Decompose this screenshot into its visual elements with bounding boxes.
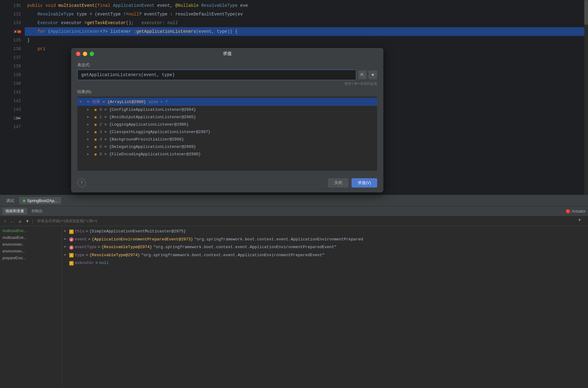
var-row-eventtype[interactable]: ▶ p eventType = {ResolvableType@2974} "o… <box>62 243 588 251</box>
evaluate-dialog: 求值 表达式: ⇱ ▼ 使用⇧⌘↵添加到监视 结果(R): ▼ ∞ 结果 = {… <box>71 48 383 192</box>
close-button[interactable]: 关闭 <box>328 178 348 188</box>
var-icon-event: p <box>69 237 75 242</box>
maximize-traffic-light[interactable] <box>90 52 94 56</box>
expression-label: 表达式: <box>77 62 377 68</box>
circle-icon-event: p <box>69 237 74 242</box>
toolbar-dot: .. <box>10 219 15 224</box>
code-content: public void multicastEvent(final Applica… <box>25 1 588 53</box>
var-chevron-eventtype: ▶ <box>64 245 69 248</box>
close-traffic-light[interactable] <box>76 52 80 56</box>
tab-springboot[interactable]: SpringBoot2Ap... <box>19 197 61 204</box>
call-item-label-2: environmen... <box>2 242 25 247</box>
toolbar-hint: 对表达式求值(↵)或添加监视(⌥⌘↵) <box>37 218 97 224</box>
var-icon-this: f <box>69 229 75 234</box>
var-row-this[interactable]: ▶ f this = {SimpleApplicationEventMultic… <box>62 227 588 235</box>
tab-console-label: 控制台 <box>32 209 43 213</box>
panel-toolbar: ✓ .. ⊿ ▼ 对表达式求值(↵)或添加监视(⌥⌘↵) + <box>0 216 588 226</box>
gutter-breakpoint: ● 🍅 <box>12 27 23 36</box>
tree-item-chevron-1: ▶ <box>87 115 92 119</box>
call-item-label-4: prepareEnvi... <box>2 256 26 260</box>
var-row-type[interactable]: ▶ f type = {ResolvableType@2974} "org.sp… <box>62 251 588 259</box>
result-tree: ▼ ∞ 结果 = {ArrayList@2980} size = 7 ▶ ▣ 0… <box>77 97 377 171</box>
call-item-label-0: multicastEve... <box>2 229 27 233</box>
field-icon-4: ▣ <box>93 137 98 142</box>
var-icon-executor: f <box>69 261 75 265</box>
tree-item-chevron-4: ▶ <box>87 137 92 141</box>
tree-item-chevron-5: ▶ <box>87 145 92 149</box>
tree-expand-icon: ▼ <box>80 100 85 104</box>
var-row-event[interactable]: ▶ p event = {ApplicationEnvironmentPrepa… <box>62 235 588 244</box>
call-item-label-1: multicastEve... <box>2 235 27 240</box>
tab-debug[interactable]: 调试 <box>2 197 18 205</box>
tree-item-3[interactable]: ▶ ▣ 3 = {ClasspathLoggingApplicationList… <box>77 128 377 136</box>
circle-icon-eventtype: p <box>69 245 74 250</box>
square-icon-type: f <box>69 253 74 257</box>
help-button[interactable]: ? <box>77 179 86 187</box>
history-dropdown[interactable]: ▼ <box>369 71 377 79</box>
tab-console[interactable]: 控制台 <box>28 208 46 215</box>
field-icon-3: ▣ <box>93 129 98 134</box>
tab-debug-label: 调试 <box>6 198 14 204</box>
tree-item-chevron-0: ▶ <box>87 108 92 111</box>
call-stack-item-3[interactable]: environmen... <box>0 248 62 255</box>
var-icon-eventtype: p <box>69 245 75 250</box>
tree-item-2[interactable]: ▶ ▣ 2 = {LoggingApplicationListener@2986… <box>77 121 377 128</box>
field-icon-6: ▣ <box>93 152 98 157</box>
call-stack-item-0[interactable]: multicastEve... <box>0 227 62 234</box>
scrollbar-thumb[interactable] <box>584 0 588 25</box>
sub-tab-extra: 🔴 Actuator <box>566 209 586 213</box>
field-icon-2: ▣ <box>93 122 98 127</box>
call-item-label-3: environmen... <box>2 249 25 253</box>
expression-row: ⇱ ▼ <box>77 70 377 80</box>
minimize-traffic-light[interactable] <box>83 52 87 56</box>
tree-item-chevron-2: ▶ <box>87 123 92 126</box>
field-icon-5: ▣ <box>93 144 98 149</box>
call-stack-item-2[interactable]: environmen... <box>0 241 62 248</box>
call-stack-item-4[interactable]: prepareEnvi... <box>0 255 62 261</box>
run-button[interactable]: ✓ <box>2 218 8 224</box>
add-watch-hint: 使用⇧⌘↵添加到监视 <box>77 81 377 86</box>
tree-item-0[interactable]: ▶ ▣ 0 = {ConfigFileApplicationListener@2… <box>77 106 377 113</box>
dialog-footer: ? 关闭 求值(V) <box>71 176 383 192</box>
bottom-panel: 调试 SpringBoot2Ap... 线程和变量 控制台 🔴 Actuator… <box>0 195 588 388</box>
tree-item-chevron-3: ▶ <box>87 130 92 134</box>
toolbar-separator <box>32 219 33 224</box>
tab-springboot-label: SpringBoot2Ap... <box>27 198 58 203</box>
tree-item-6[interactable]: ▶ ▣ 6 = {FileEncodingApplicationListener… <box>77 150 377 158</box>
tab-threads-variables[interactable]: 线程和变量 <box>2 208 27 215</box>
var-row-executor[interactable]: ▶ f executor = null <box>62 259 588 267</box>
expression-input[interactable] <box>77 70 356 80</box>
dialog-title: 求值 <box>223 51 232 57</box>
dialog-titlebar: 求值 <box>71 48 383 60</box>
dialog-body: 表达式: ⇱ ▼ 使用⇧⌘↵添加到监视 结果(R): ▼ ∞ 结果 = {Arr… <box>71 60 383 176</box>
dropdown-button[interactable]: ▼ <box>24 218 31 224</box>
result-label: 结果(R): <box>77 89 377 95</box>
variables-area: ▶ f this = {SimpleApplicationEventMultic… <box>62 226 588 388</box>
filter-button[interactable]: ⊿ <box>17 218 23 224</box>
square-icon-executor: f <box>69 261 74 265</box>
var-icon-type: f <box>69 253 75 258</box>
var-chevron-type: ▶ <box>64 253 69 257</box>
call-stack-item-1[interactable]: multicastEve... <box>0 234 62 241</box>
square-icon-this: f <box>69 230 74 234</box>
tab-active-dot <box>23 200 25 202</box>
field-icon-0: ▣ <box>93 107 98 112</box>
infinity-icon: ∞ <box>85 99 91 104</box>
gutter-at: @ ▶ <box>12 114 23 123</box>
var-chevron-this: ▶ <box>64 229 69 233</box>
tab-threads-label: 线程和变量 <box>6 209 24 213</box>
tree-item-4[interactable]: ▶ ▣ 4 = {BackgroundPreinitializer@2988} <box>77 136 377 143</box>
tree-item-5[interactable]: ▶ ▣ 5 = {DelegatingApplicationListener@2… <box>77 143 377 150</box>
gutter: ↑ ● 🍅 @ ▶ <box>12 1 23 123</box>
expand-button[interactable]: ⇱ <box>358 71 367 79</box>
tree-root-row[interactable]: ▼ ∞ 结果 = {ArrayList@2980} size = 7 <box>77 98 377 106</box>
gutter-arrow-icon: ↑ <box>12 1 23 10</box>
add-watch-button[interactable]: + <box>576 216 583 224</box>
sub-tabs: 线程和变量 控制台 🔴 Actuator <box>0 206 588 216</box>
evaluate-button[interactable]: 求值(V) <box>352 178 377 188</box>
editor-scrollbar[interactable] <box>584 0 588 195</box>
tree-item-1[interactable]: ▶ ▣ 1 = {AnsiOutputApplicationListener@2… <box>77 113 377 121</box>
panel-content: multicastEve... multicastEve... environm… <box>0 226 588 388</box>
footer-buttons: 关闭 求值(V) <box>328 178 377 188</box>
panel-tabs: 调试 SpringBoot2Ap... <box>0 195 588 206</box>
